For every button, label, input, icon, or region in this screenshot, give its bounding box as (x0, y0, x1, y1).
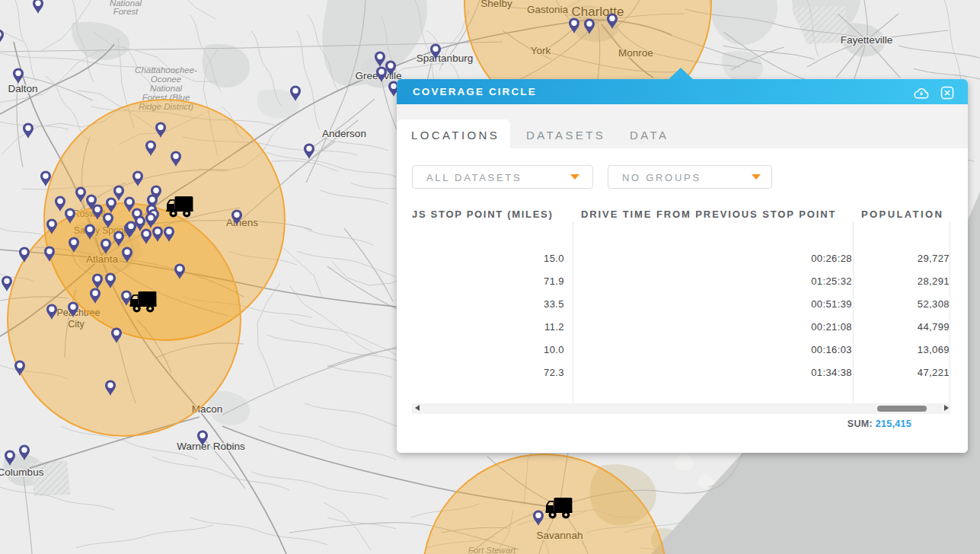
svg-text:Forest: Forest (113, 7, 139, 16)
svg-text:Dalton: Dalton (8, 83, 37, 94)
svg-text:Spartanburg: Spartanburg (417, 53, 473, 64)
svg-text:Fayetteville: Fayetteville (841, 34, 892, 46)
svg-text:Chattahoochee-: Chattahoochee- (135, 65, 197, 75)
svg-text:Anderson: Anderson (322, 128, 366, 139)
svg-text:Oconee: Oconee (151, 75, 181, 84)
svg-text:National: National (150, 84, 183, 93)
svg-text:Columbus: Columbus (0, 466, 44, 478)
svg-text:Warner Robins: Warner Robins (177, 441, 245, 452)
